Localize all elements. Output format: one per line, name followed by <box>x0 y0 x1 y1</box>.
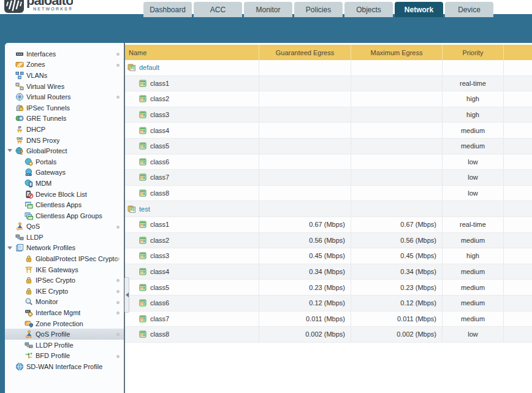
sidebar-item-clientless-app-groups[interactable]: Clientless App Groups <box>5 210 124 221</box>
sidebar-item-lldp-profile[interactable]: LLDP Profile <box>5 340 124 351</box>
sidebar-item-ike-crypto[interactable]: IKE Crypto <box>5 286 124 297</box>
qos-class-row-default-class5[interactable]: class5medium <box>125 139 532 155</box>
device-block-list-icon <box>25 190 33 199</box>
sidebar-item-virtual-wires[interactable]: Virtual Wires <box>5 81 124 92</box>
qos-group-icon <box>127 63 136 72</box>
qos-class-row-default-class3[interactable]: class3high <box>125 107 532 123</box>
app-header: paloalto NETWORKS® DashboardACCMonitorPo… <box>0 0 532 43</box>
sidebar-item-virtual-routers[interactable]: Virtual Routers <box>5 91 124 102</box>
sidebar-item-device-block-list[interactable]: Device Block List <box>5 189 124 200</box>
group-row-default: default <box>125 60 532 76</box>
sidebar-item-dns-proxy[interactable]: DNSDNS Proxy <box>5 135 124 146</box>
maximum-egress-cell <box>351 91 443 107</box>
qos-class-row-default-class2[interactable]: class2high <box>125 91 532 107</box>
qos-class-row-default-class7[interactable]: class7low <box>125 170 532 186</box>
sidebar-item-gre-tunnels[interactable]: GRE Tunnels <box>5 113 124 124</box>
class-name-label: class6 <box>150 158 169 166</box>
tab-policies[interactable]: Policies <box>294 2 343 17</box>
qos-class-row-default-class8[interactable]: class8low <box>125 186 532 202</box>
qos-class-icon <box>139 330 147 338</box>
qos-class-icon <box>139 299 147 307</box>
paloalto-logo[interactable]: paloalto NETWORKS® <box>4 0 73 14</box>
qos-class-row-test-class6[interactable]: class60.12 (Mbps)0.12 (Mbps)medium <box>125 296 532 311</box>
qos-class-icon <box>139 110 147 119</box>
qos-class-icon <box>139 251 147 260</box>
filler-cell <box>504 248 532 264</box>
filler-cell <box>504 139 532 154</box>
tab-acc[interactable]: ACC <box>194 2 242 17</box>
qos-class-row-test-class3[interactable]: class30.45 (Mbps)0.45 (Mbps)high <box>125 248 532 264</box>
sidebar-item-dhcp[interactable]: IPDHCP <box>5 124 124 135</box>
clientless-app-groups-icon <box>25 212 33 220</box>
clientless-apps-icon <box>25 200 33 209</box>
expand-caret-icon[interactable] <box>7 149 12 152</box>
guaranteed-egress-cell: 0.67 (Mbps) <box>259 217 351 232</box>
column-header-name[interactable]: Name <box>125 45 259 60</box>
priority-cell <box>443 60 504 75</box>
column-header-maximum-egress[interactable]: Maximum Egress <box>351 45 443 60</box>
status-dot <box>116 279 120 282</box>
qos-class-row-test-class2[interactable]: class20.56 (Mbps)0.56 (Mbps)medium <box>125 233 532 249</box>
sidebar-item-lldp[interactable]: LLDP <box>5 232 124 243</box>
lldp-icon <box>25 341 33 349</box>
filler-cell <box>504 107 532 123</box>
status-dot <box>116 311 120 315</box>
lock-icon <box>25 287 33 296</box>
svg-text:DNS: DNS <box>17 137 23 140</box>
sidebar-item-interfaces[interactable]: Interfaces <box>5 48 124 59</box>
sidebar-item-monitor[interactable]: Monitor <box>5 297 124 308</box>
sidebar-item-bfd-profile[interactable]: BFD Profile <box>5 351 124 362</box>
sidebar-item-interface-mgmt[interactable]: Interface Mgmt <box>5 307 124 318</box>
sidebar-item-globalprotect-ipsec-crypto[interactable]: GlobalProtect IPSec Crypto <box>5 253 124 264</box>
qos-class-icon <box>139 173 147 181</box>
class-name-label: class8 <box>150 330 169 338</box>
sidebar-item-qos[interactable]: QoSQoS <box>5 221 124 232</box>
qos-class-row-test-class1[interactable]: class10.67 (Mbps)0.67 (Mbps)real-time <box>125 217 532 233</box>
group-link-test[interactable]: test <box>139 205 150 213</box>
qos-class-row-test-class7[interactable]: class70.011 (Mbps)0.011 (Mbps)medium <box>125 311 532 327</box>
maximum-egress-cell <box>351 76 443 91</box>
sidebar-item-label: IKE Crypto <box>36 288 68 295</box>
expand-caret-icon[interactable] <box>7 246 12 250</box>
sidebar-item-globalprotect[interactable]: GlobalProtect <box>5 145 124 156</box>
sidebar-item-label: Virtual Routers <box>26 93 71 101</box>
column-header-guaranteed-egress[interactable]: Guaranteed Egress <box>259 45 351 60</box>
tab-objects[interactable]: Objects <box>344 2 393 17</box>
filler-cell <box>504 264 532 280</box>
sidebar-item-ipsec-crypto[interactable]: IPSec Crypto <box>5 275 124 286</box>
lldp-icon <box>15 233 24 242</box>
sidebar-item-ike-gateways[interactable]: IKE Gateways <box>5 264 124 275</box>
column-header-priority[interactable]: Priority <box>443 45 504 60</box>
sidebar-item-vlans[interactable]: VLANs <box>5 70 124 81</box>
priority-cell: medium <box>443 311 504 327</box>
tab-network[interactable]: Network <box>395 2 443 17</box>
sidebar-item-qos-profile[interactable]: QoSQoS Profile <box>5 329 124 340</box>
qos-class-row-test-class5[interactable]: class50.23 (Mbps)0.23 (Mbps)medium <box>125 280 532 296</box>
group-link-default[interactable]: default <box>139 64 159 71</box>
maximum-egress-cell <box>351 123 443 138</box>
class-name-label: class4 <box>150 268 169 275</box>
sidebar-item-sd-wan-interface-profile[interactable]: SD-WAN Interface Profile <box>5 361 124 372</box>
sidebar-item-zones[interactable]: Zones <box>5 59 124 71</box>
sidebar-collapse-handle[interactable] <box>124 277 129 313</box>
sidebar-item-zone-protection[interactable]: Zone Protection <box>5 318 124 329</box>
sidebar-item-gateways[interactable]: Gateways <box>5 167 124 178</box>
qos-class-row-default-class6[interactable]: class6low <box>125 155 532 170</box>
sidebar-item-portals[interactable]: Portals <box>5 156 124 167</box>
bfd-profile-icon <box>25 351 33 360</box>
gateways-icon <box>25 168 33 177</box>
tab-monitor[interactable]: Monitor <box>244 2 292 17</box>
qos-class-row-test-class8[interactable]: class80.002 (Mbps)0.002 (Mbps)low <box>125 327 532 343</box>
qos-class-row-default-class4[interactable]: class4medium <box>125 123 532 139</box>
sidebar-item-network-profiles[interactable]: Network Profiles <box>5 243 124 254</box>
sidebar-splitter[interactable] <box>124 43 125 393</box>
status-dot <box>116 355 120 358</box>
status-dot <box>116 290 120 293</box>
sidebar-item-ipsec-tunnels[interactable]: IPSec Tunnels <box>5 102 124 113</box>
sidebar-item-mdm[interactable]: MDM <box>5 178 124 189</box>
sidebar-item-clientless-apps[interactable]: Clientless Apps <box>5 199 124 210</box>
tab-dashboard[interactable]: Dashboard <box>143 2 192 17</box>
qos-class-row-default-class1[interactable]: class1real-time <box>125 76 532 92</box>
tab-device[interactable]: Device <box>445 2 493 17</box>
qos-class-row-test-class4[interactable]: class40.34 (Mbps)0.34 (Mbps)medium <box>125 264 532 280</box>
